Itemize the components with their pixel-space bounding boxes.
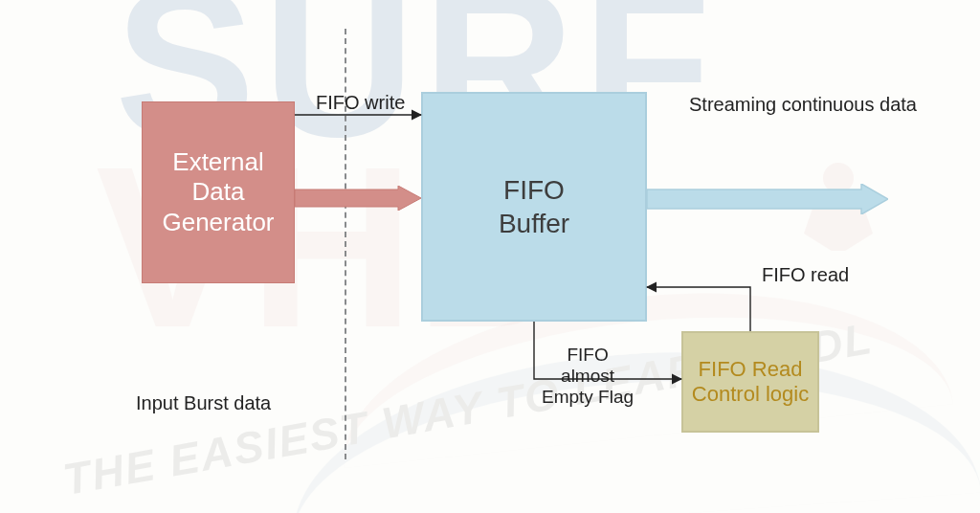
label-input-burst: Input Burst data <box>136 392 271 414</box>
block-external-data-generator: External Data Generator <box>142 101 295 283</box>
svg-marker-1 <box>647 184 888 214</box>
block-fifo-read-control: FIFO Read Control logic <box>681 331 819 433</box>
data-arrow-output <box>647 184 888 214</box>
watermark-person-icon <box>794 163 880 278</box>
block-label: FIFO Read Control logic <box>692 357 809 408</box>
label-fifo-almost-empty: FIFO almost Empty Flag <box>542 345 634 408</box>
label-streaming-output: Streaming continuous data <box>689 94 917 116</box>
svg-marker-0 <box>295 186 421 211</box>
block-label: FIFO Buffer <box>499 173 569 240</box>
block-label: External Data Generator <box>162 147 274 237</box>
block-fifo-buffer: FIFO Buffer <box>421 92 647 322</box>
label-fifo-write: FIFO write <box>316 92 405 114</box>
diagram-canvas: SURF VHD THE EASIEST WAY TO LEARN VHDL E… <box>0 0 980 513</box>
label-fifo-read: FIFO read <box>762 264 849 286</box>
data-arrow-input <box>295 186 421 211</box>
